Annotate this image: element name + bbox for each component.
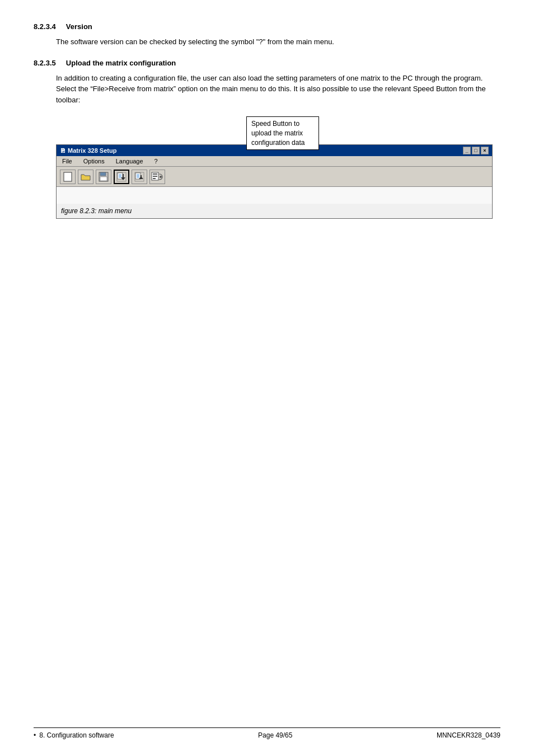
sim-titlebar-left: 🖹 Matrix 328 Setup	[60, 147, 116, 154]
menu-options[interactable]: Options	[81, 157, 107, 165]
footer-right: MNNCEKR328_0439	[437, 731, 500, 739]
footer-center: Page 49/65	[258, 731, 292, 739]
section-title-8234: Version	[66, 22, 92, 31]
close-button[interactable]: ×	[481, 147, 489, 154]
section-number-8234: 8.2.3.4	[34, 22, 56, 31]
footer-section: 8. Configuration software	[39, 731, 114, 739]
window-icon: 🖹	[60, 148, 65, 154]
toolbar-save-button[interactable]	[96, 170, 111, 184]
sim-window: 🖹 Matrix 328 Setup _ □ × File Options La…	[56, 144, 493, 219]
toolbar-info-button[interactable]	[149, 170, 165, 184]
window-caption: figure 8.2.3: main menu	[57, 204, 492, 218]
section-8235: 8.2.3.5 Upload the matrix configuration …	[34, 59, 500, 106]
svg-rect-17	[153, 176, 157, 177]
svg-rect-14	[140, 175, 142, 179]
footer-bullet-dot: •	[34, 731, 36, 739]
sim-toolbar	[57, 167, 492, 187]
section-heading-8235: 8.2.3.5 Upload the matrix configuration	[34, 59, 500, 67]
menu-language[interactable]: Language	[114, 157, 146, 165]
sim-menubar: File Options Language ?	[57, 156, 492, 167]
callout-box: Speed Button to upload the matrix config…	[246, 116, 319, 150]
sim-body	[57, 187, 492, 204]
svg-rect-18	[153, 178, 156, 179]
callout-text: Speed Button to upload the matrix config…	[251, 120, 305, 147]
toolbar-open-button[interactable]	[78, 170, 93, 184]
sim-titlebar-controls: _ □ ×	[463, 147, 489, 154]
svg-rect-3	[100, 172, 106, 176]
section-title-8235: Upload the matrix configuration	[66, 59, 176, 67]
svg-rect-16	[153, 173, 157, 175]
maximize-button[interactable]: □	[472, 147, 480, 154]
svg-rect-9	[123, 174, 124, 178]
svg-rect-12	[137, 174, 139, 178]
toolbar-new-button[interactable]	[60, 170, 76, 184]
svg-rect-7	[119, 174, 121, 178]
svg-rect-1	[64, 172, 72, 181]
section-number-8235: 8.2.3.5	[34, 59, 56, 67]
footer-left: • 8. Configuration software	[34, 731, 114, 739]
svg-rect-4	[100, 177, 107, 181]
toolbar-send-button[interactable]	[132, 170, 147, 184]
diagram-area: Speed Button to upload the matrix config…	[56, 116, 515, 191]
section-body-8235: In addition to creating a configuration …	[56, 73, 500, 106]
section-heading-8234: 8.2.3.4 Version	[34, 22, 500, 31]
section-8234: 8.2.3.4 Version The software version can…	[34, 22, 500, 48]
toolbar-receive-button[interactable]	[114, 170, 129, 184]
minimize-button[interactable]: _	[463, 147, 471, 154]
menu-file[interactable]: File	[60, 157, 74, 165]
menu-help[interactable]: ?	[152, 157, 160, 165]
page-footer: • 8. Configuration software Page 49/65 M…	[34, 727, 500, 739]
window-title: Matrix 328 Setup	[68, 147, 116, 154]
section-body-8234: The software version can be checked by s…	[56, 36, 500, 48]
svg-point-19	[160, 176, 162, 178]
